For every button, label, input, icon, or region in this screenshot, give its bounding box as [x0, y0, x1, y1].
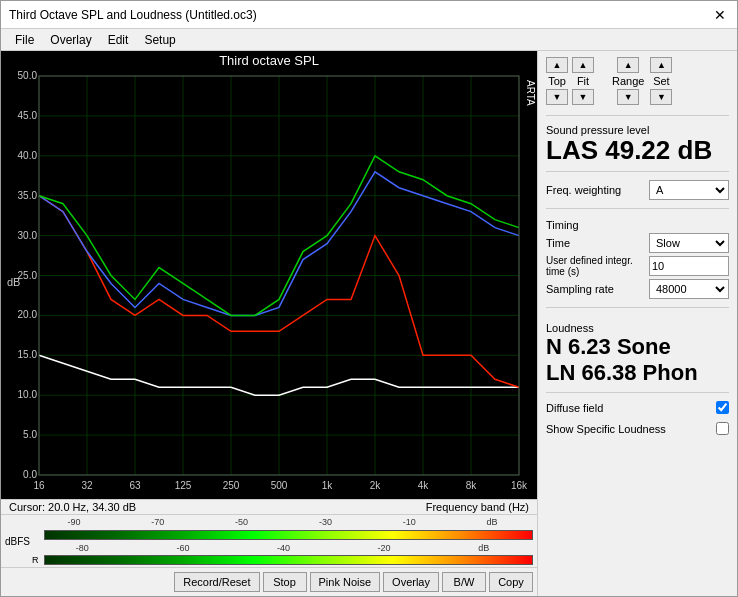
- fit-down-button[interactable]: ▼: [572, 89, 594, 105]
- show-specific-label: Show Specific Loudness: [546, 423, 666, 435]
- range-ctrl-group: ▲ Range ▼: [610, 57, 646, 105]
- fit-ctrl-group: ▲ Fit ▼: [572, 57, 594, 105]
- meter-track-wrap: -90 -70 -50 -30 -10 dB: [32, 517, 533, 565]
- timing-section-label: Timing: [546, 219, 729, 231]
- chart-canvas: [1, 70, 537, 499]
- set-ctrl-group: ▲ Set ▼: [650, 57, 672, 105]
- menu-file[interactable]: File: [9, 32, 40, 48]
- menu-bar: File Overlay Edit Setup: [1, 29, 737, 51]
- freq-label: Frequency band (Hz): [426, 501, 529, 513]
- overlay-button[interactable]: Overlay: [383, 572, 439, 592]
- stop-button[interactable]: Stop: [263, 572, 307, 592]
- dbfs-row: dBFS -90 -70 -50 -30 -10 dB: [1, 514, 537, 567]
- top-up-button[interactable]: ▲: [546, 57, 568, 73]
- menu-setup[interactable]: Setup: [138, 32, 181, 48]
- bottom-section: dBFS -90 -70 -50 -30 -10 dB: [1, 514, 537, 596]
- diffuse-field-checkbox[interactable]: [716, 401, 729, 414]
- chart-bottom-info: Cursor: 20.0 Hz, 34.30 dB Frequency band…: [1, 499, 537, 514]
- chart-title: Third octave SPL: [1, 51, 537, 70]
- freq-weighting-row: Freq. weighting A B C Z: [546, 180, 729, 200]
- menu-overlay[interactable]: Overlay: [44, 32, 97, 48]
- range-up-button[interactable]: ▲: [617, 57, 639, 73]
- user-defined-row: User defined integr. time (s): [546, 255, 729, 277]
- top-controls: ▲ Top ▼ ▲ Fit ▼ ▲ Range ▼ ▲ Set: [546, 57, 729, 105]
- loudness-section-label: Loudness: [546, 322, 729, 334]
- spl-value: LAS 49.22 dB: [546, 136, 729, 165]
- bottom-buttons: Record/Reset Stop Pink Noise Overlay B/W…: [1, 567, 537, 596]
- spl-section: Sound pressure level LAS 49.22 dB: [546, 122, 729, 165]
- show-specific-checkbox[interactable]: [716, 422, 729, 435]
- set-down-button[interactable]: ▼: [650, 89, 672, 105]
- menu-edit[interactable]: Edit: [102, 32, 135, 48]
- main-window: Third Octave SPL and Loudness (Untitled.…: [0, 0, 738, 597]
- time-row: Time Fast Slow Impulse: [546, 233, 729, 253]
- fit-up-button[interactable]: ▲: [572, 57, 594, 73]
- diffuse-field-label: Diffuse field: [546, 402, 603, 414]
- divider5: [546, 392, 729, 393]
- meter-row-green: [32, 530, 533, 540]
- show-specific-row: Show Specific Loudness: [546, 422, 729, 435]
- close-button[interactable]: ✕: [711, 6, 729, 24]
- set-up-button[interactable]: ▲: [650, 57, 672, 73]
- freq-weighting-label: Freq. weighting: [546, 184, 621, 196]
- top-down-button[interactable]: ▼: [546, 89, 568, 105]
- loudness-section: Loudness N 6.23 Sone LN 66.38 Phon: [546, 318, 729, 387]
- user-defined-input[interactable]: [649, 256, 729, 276]
- time-select[interactable]: Fast Slow Impulse: [649, 233, 729, 253]
- arta-label: ARTA: [525, 80, 535, 106]
- window-title: Third Octave SPL and Loudness (Untitled.…: [9, 8, 257, 22]
- set-label: Set: [651, 75, 672, 87]
- timing-section: Timing Time Fast Slow Impulse User defin…: [546, 215, 729, 301]
- sampling-rate-select[interactable]: 44100 48000 96000: [649, 279, 729, 299]
- sampling-rate-label: Sampling rate: [546, 283, 614, 295]
- top-label: Top: [546, 75, 568, 87]
- divider1: [546, 115, 729, 116]
- sampling-rate-row: Sampling rate 44100 48000 96000: [546, 279, 729, 299]
- side-panel: ▲ Top ▼ ▲ Fit ▼ ▲ Range ▼ ▲ Set: [537, 51, 737, 596]
- record-reset-button[interactable]: Record/Reset: [174, 572, 259, 592]
- pink-noise-button[interactable]: Pink Noise: [310, 572, 381, 592]
- chart-canvas-wrapper: ARTA: [1, 70, 537, 499]
- main-area: Third octave SPL ARTA Cursor: 20.0 Hz, 3…: [1, 51, 737, 596]
- time-label: Time: [546, 237, 570, 249]
- title-bar: Third Octave SPL and Loudness (Untitled.…: [1, 1, 737, 29]
- top-ctrl-group: ▲ Top ▼: [546, 57, 568, 105]
- divider4: [546, 307, 729, 308]
- n-value: N 6.23 Sone: [546, 334, 729, 360]
- copy-button[interactable]: Copy: [489, 572, 533, 592]
- diffuse-field-row: Diffuse field: [546, 401, 729, 414]
- r-label: R: [32, 555, 42, 565]
- bw-button[interactable]: B/W: [442, 572, 486, 592]
- ln-value: LN 66.38 Phon: [546, 360, 729, 386]
- range-label: Range: [610, 75, 646, 87]
- meter-row-red: R: [32, 555, 533, 565]
- divider2: [546, 171, 729, 172]
- user-defined-label: User defined integr. time (s): [546, 255, 636, 277]
- divider3: [546, 208, 729, 209]
- chart-area: Third octave SPL ARTA Cursor: 20.0 Hz, 3…: [1, 51, 537, 596]
- freq-weighting-select[interactable]: A B C Z: [649, 180, 729, 200]
- range-down-button[interactable]: ▼: [617, 89, 639, 105]
- dbfs-label: dBFS: [5, 536, 30, 547]
- fit-label: Fit: [575, 75, 591, 87]
- cursor-info: Cursor: 20.0 Hz, 34.30 dB: [9, 501, 136, 513]
